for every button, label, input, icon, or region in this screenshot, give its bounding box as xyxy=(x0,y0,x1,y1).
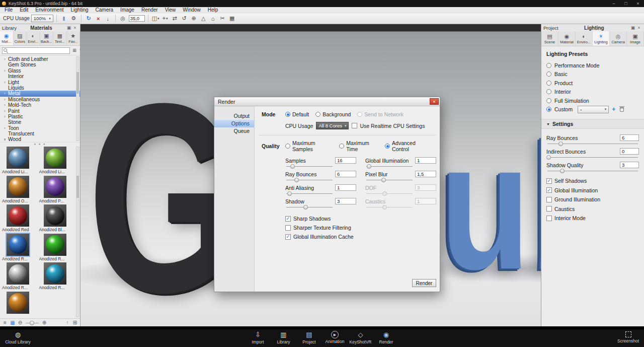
checkbox-global-illumination[interactable]: Global Illumination xyxy=(546,187,639,193)
dock-item-animation[interactable]: ▶Animation xyxy=(323,330,347,344)
tree-item-metal[interactable]: ›Metal xyxy=(0,91,80,96)
checkbox-sharper-texture-filtering[interactable]: Sharper Texture Filtering xyxy=(285,225,436,231)
dock-item-keyshotvr[interactable]: ◇KeyShotVR xyxy=(349,330,372,344)
tree-item-stone[interactable]: Stone xyxy=(0,119,80,125)
menu-item-window[interactable]: Window xyxy=(179,7,204,13)
expand-arrow-icon[interactable]: › xyxy=(3,114,7,119)
tree-item-gem-stones[interactable]: Gem Stones xyxy=(0,62,80,67)
checkbox-interior-mode[interactable]: Interior Mode xyxy=(546,215,639,221)
render-button[interactable]: Render xyxy=(412,279,436,287)
param-value-input[interactable] xyxy=(415,171,436,177)
list-view-icon[interactable]: ≡ xyxy=(2,320,8,325)
search-input[interactable] xyxy=(10,48,68,53)
material-item[interactable]: Anodized Red xyxy=(2,204,38,234)
orbit-tool-icon[interactable]: ↺ xyxy=(180,14,189,23)
slider-handle[interactable] xyxy=(294,178,299,182)
project-tab-image[interactable]: ▣Image xyxy=(627,31,644,46)
setting-slider[interactable] xyxy=(546,169,639,173)
library-tab-fav[interactable]: ★Fav... xyxy=(67,31,80,45)
pause-icon[interactable]: ‖ xyxy=(60,14,68,23)
render-dialog-titlebar[interactable]: Render × xyxy=(214,97,440,106)
param-value-input[interactable] xyxy=(335,157,356,164)
render-nav-options[interactable]: Options xyxy=(214,120,254,127)
menu-item-camera[interactable]: Camera xyxy=(92,7,117,13)
param-slider[interactable] xyxy=(365,178,414,182)
materials-scrollbar[interactable] xyxy=(76,147,79,317)
checkbox-self-shadows[interactable]: Self Shadows xyxy=(546,178,639,184)
setting-slider[interactable] xyxy=(546,155,639,159)
preset-performance-mode[interactable]: Performance Mode xyxy=(546,61,639,70)
render-nav-queue[interactable]: Queue xyxy=(214,127,254,135)
expand-arrow-icon[interactable]: › xyxy=(3,68,7,74)
material-item[interactable]: Anodized Li... xyxy=(39,147,75,176)
slider-handle[interactable] xyxy=(560,169,565,173)
abort-icon[interactable]: × xyxy=(94,14,103,23)
expand-arrow-icon[interactable]: › xyxy=(3,108,7,114)
import-icon[interactable]: ↓ xyxy=(104,14,112,23)
setting-value-input[interactable] xyxy=(620,134,639,141)
slider-handle[interactable] xyxy=(290,164,295,169)
expand-arrow-icon[interactable]: ∨ xyxy=(3,136,7,142)
slider-handle[interactable] xyxy=(558,142,563,146)
settings-section-header[interactable]: ▼ Settings xyxy=(541,119,644,129)
menu-item-lighting[interactable]: Lighting xyxy=(67,7,92,13)
tree-item-paint[interactable]: ›Paint xyxy=(0,108,80,114)
param-slider[interactable] xyxy=(285,191,334,195)
move-up-icon[interactable]: ↑ xyxy=(64,320,70,325)
focal-length-input[interactable] xyxy=(129,15,145,22)
dialog-close-button[interactable]: × xyxy=(430,98,439,105)
library-tab-text[interactable]: ▦Text... xyxy=(53,31,67,45)
maximize-button[interactable]: □ xyxy=(620,0,632,7)
param-value-input[interactable] xyxy=(335,198,356,204)
library-tab-colors[interactable]: ▨Colors xyxy=(14,31,27,45)
screenshot-icon[interactable]: ▦ xyxy=(228,14,236,23)
library-tab-mat[interactable]: ◉Mat... xyxy=(0,31,14,45)
undock-panel-icon[interactable]: ▣ xyxy=(630,25,636,30)
dock-item-library[interactable]: ▥Library xyxy=(272,330,295,344)
slider-handle[interactable] xyxy=(287,191,292,196)
menu-item-edit[interactable]: Edit xyxy=(16,7,32,13)
perspective-icon[interactable]: △ xyxy=(199,14,208,23)
tree-item-plastic[interactable]: ›Plastic xyxy=(0,114,80,119)
tree-item-glass[interactable]: ›Glass xyxy=(0,68,80,74)
menu-item-render[interactable]: Render xyxy=(138,7,162,13)
preset-interior[interactable]: Interior xyxy=(546,88,639,97)
library-tab-envi[interactable]: ◐Envi... xyxy=(27,31,40,45)
focal-length-icon[interactable]: ◎ xyxy=(119,14,127,23)
mode-option-background[interactable]: Background xyxy=(315,111,351,117)
tree-item-mold-tech[interactable]: ›Mold-Tech xyxy=(0,102,80,108)
menu-item-environment[interactable]: Environment xyxy=(32,7,67,13)
preset-custom[interactable]: Custom-▾+ xyxy=(546,105,639,114)
expand-arrow-icon[interactable]: › xyxy=(3,80,7,85)
param-slider[interactable] xyxy=(285,164,334,168)
material-item[interactable]: Anodized R... xyxy=(39,262,75,292)
param-slider[interactable] xyxy=(365,164,414,168)
tree-item-miscellaneous[interactable]: ›Miscellaneous xyxy=(0,97,80,102)
slider-handle[interactable] xyxy=(367,164,371,169)
tree-scrollbar[interactable] xyxy=(76,56,79,141)
expand-arrow-icon[interactable]: › xyxy=(3,91,7,96)
project-tab-camera[interactable]: ◎Camera xyxy=(610,31,627,46)
menu-item-view[interactable]: View xyxy=(162,7,180,13)
thumbnail-size-slider[interactable] xyxy=(25,321,40,325)
project-tab-lighting[interactable]: ☀Lighting xyxy=(593,31,610,46)
close-button[interactable]: × xyxy=(632,0,644,7)
open-library-icon[interactable]: ⊞ xyxy=(71,48,77,53)
slider-handle[interactable] xyxy=(30,321,34,325)
dock-item-import[interactable]: ⇩Import xyxy=(246,330,270,344)
dolly-tool-icon[interactable]: ⊕ xyxy=(190,14,198,23)
model-letter-ub[interactable]: ub xyxy=(440,115,541,296)
undock-panel-icon[interactable]: ▣ xyxy=(66,25,72,30)
tree-item-cloth-and-leather[interactable]: ›Cloth and Leather xyxy=(0,56,80,62)
scrollbar-thumb[interactable] xyxy=(76,72,79,94)
cpu-cores-select[interactable]: All 8 Cores ▾ xyxy=(316,122,349,129)
close-panel-icon[interactable]: × xyxy=(636,25,642,30)
param-value-input[interactable] xyxy=(415,157,436,164)
checkbox-global-illumination-cache[interactable]: Global Illumination Cache xyxy=(285,234,436,240)
quality-option-maximum-time[interactable]: Maximum Time xyxy=(339,140,378,152)
preset-product[interactable]: Product xyxy=(546,79,639,88)
material-item[interactable]: Anodized Li... xyxy=(2,147,38,176)
param-slider[interactable] xyxy=(285,205,334,209)
tree-item-wood[interactable]: ∨Wood xyxy=(0,136,80,142)
menu-item-file[interactable]: File xyxy=(1,7,16,13)
